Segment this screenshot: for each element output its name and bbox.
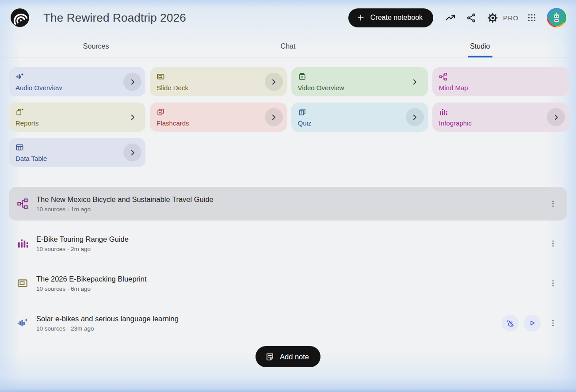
quiz-icon: ? bbox=[298, 108, 306, 116]
chevron-right-icon[interactable] bbox=[123, 144, 141, 162]
kebab-icon bbox=[549, 199, 557, 208]
slide-deck-icon bbox=[156, 72, 165, 81]
svg-text:?: ? bbox=[300, 110, 302, 114]
kebab-icon bbox=[549, 239, 557, 248]
apps-grid-button[interactable] bbox=[521, 7, 542, 28]
mind-map-icon bbox=[439, 72, 447, 81]
artifact-row-e-bike-touring-range-guide[interactable]: E-Bike Touring Range Guide10 sources · 2… bbox=[9, 227, 567, 260]
audio-waveform-icon bbox=[15, 72, 24, 81]
chevron-right-icon[interactable] bbox=[406, 73, 424, 91]
share-icon bbox=[466, 13, 477, 23]
card-label: Quiz bbox=[298, 119, 312, 127]
play-audio-button[interactable] bbox=[524, 315, 541, 331]
studio-card-flashcards[interactable]: Flashcards bbox=[150, 103, 286, 132]
artifact-text: The New Mexico Bicycle and Sustainable T… bbox=[36, 195, 541, 213]
interactive-mode-button[interactable] bbox=[502, 315, 519, 331]
artifact-text: Solar e-bikes and serious language learn… bbox=[36, 315, 496, 332]
video-overview-icon bbox=[298, 72, 306, 81]
chevron-right-icon[interactable] bbox=[123, 73, 141, 91]
wave-hand-icon bbox=[506, 319, 515, 327]
artifact-title: Solar e-bikes and serious language learn… bbox=[36, 315, 496, 323]
card-label: Flashcards bbox=[156, 119, 189, 127]
artifact-list: The New Mexico Bicycle and Sustainable T… bbox=[0, 178, 576, 340]
share-button[interactable] bbox=[461, 7, 482, 28]
chevron-right-icon[interactable] bbox=[265, 73, 283, 91]
studio-card-mind-map[interactable]: Mind Map bbox=[432, 67, 569, 96]
studio-card-infographic[interactable]: Infographic bbox=[432, 103, 569, 132]
notebooklm-logo-icon[interactable] bbox=[11, 8, 29, 27]
artifact-text: The 2026 E-Bikepacking Blueprint10 sourc… bbox=[36, 275, 541, 292]
card-label: Slide Deck bbox=[156, 84, 188, 91]
artifact-more-menu-button[interactable] bbox=[544, 314, 562, 332]
artifact-row-the-new-mexico-bicycle-and-sustainable-t[interactable]: The New Mexico Bicycle and Sustainable T… bbox=[9, 187, 567, 221]
apps-grid-icon bbox=[527, 13, 537, 23]
artifact-more-menu-button[interactable] bbox=[544, 235, 562, 252]
header: The Rewired Roadtrip 2026 Create noteboo… bbox=[0, 0, 576, 35]
kebab-icon bbox=[549, 319, 557, 327]
pro-badge: PRO bbox=[503, 14, 519, 22]
active-tab-underline bbox=[468, 56, 492, 57]
footer: Add note bbox=[0, 346, 576, 367]
trending-up-icon bbox=[445, 12, 456, 23]
create-notebook-label: Create notebook bbox=[370, 14, 423, 22]
add-note-button[interactable]: Add note bbox=[256, 346, 320, 367]
artifact-text: E-Bike Touring Range Guide10 sources · 2… bbox=[36, 235, 541, 252]
tab-bar: SourcesChatStudio bbox=[0, 35, 576, 57]
account-avatar[interactable] bbox=[547, 8, 566, 27]
studio-card-data-table[interactable]: Data Table bbox=[9, 138, 145, 167]
card-label: Audio Overview bbox=[15, 84, 62, 91]
mind-map-icon bbox=[16, 198, 29, 209]
flashcards-icon bbox=[156, 108, 165, 116]
tab-sources[interactable]: Sources bbox=[0, 35, 192, 57]
data-table-icon bbox=[15, 143, 24, 152]
studio-card-audio-overview[interactable]: Audio Overview bbox=[9, 67, 145, 96]
add-note-label: Add note bbox=[280, 353, 309, 361]
note-icon bbox=[265, 352, 275, 362]
infographic-icon bbox=[439, 108, 447, 116]
card-label: Video Overview bbox=[298, 84, 344, 91]
chevron-right-icon[interactable] bbox=[123, 108, 141, 126]
settings-button[interactable] bbox=[482, 7, 503, 28]
studio-cards: Audio Overview Slide Deck Video Overview… bbox=[0, 57, 576, 175]
create-notebook-button[interactable]: Create notebook bbox=[348, 8, 433, 27]
tab-chat[interactable]: Chat bbox=[192, 35, 384, 57]
artifact-title: E-Bike Touring Range Guide bbox=[36, 235, 541, 244]
card-label: Infographic bbox=[439, 119, 472, 127]
artifact-meta: 10 sources · 1m ago bbox=[36, 206, 541, 213]
avatar-robot-image bbox=[548, 9, 565, 26]
artifact-meta: 10 sources · 2m ago bbox=[36, 246, 541, 252]
tab-label: Chat bbox=[281, 42, 296, 50]
artifact-meta: 10 sources · 6m ago bbox=[36, 285, 541, 292]
chevron-right-icon[interactable] bbox=[265, 108, 283, 126]
artifact-more-menu-button[interactable] bbox=[544, 274, 562, 292]
artifact-meta: 10 sources · 23m ago bbox=[36, 325, 496, 332]
studio-card-video-overview[interactable]: Video Overview bbox=[291, 67, 428, 96]
play-icon bbox=[528, 319, 537, 327]
tab-studio[interactable]: Studio bbox=[384, 35, 576, 57]
kebab-icon bbox=[549, 279, 557, 288]
studio-card-reports[interactable]: Reports bbox=[9, 103, 145, 132]
tab-label: Sources bbox=[83, 42, 109, 50]
plus-icon bbox=[356, 13, 365, 22]
studio-card-slide-deck[interactable]: Slide Deck bbox=[150, 67, 286, 96]
artifact-row-solar-e-bikes-and-serious-language-learn[interactable]: Solar e-bikes and serious language learn… bbox=[9, 306, 567, 340]
chevron-right-icon[interactable] bbox=[406, 108, 424, 126]
gear-icon bbox=[487, 12, 498, 23]
studio-card-quiz[interactable]: ?Quiz bbox=[291, 103, 428, 132]
card-label: Reports bbox=[15, 119, 39, 127]
notebook-title[interactable]: The Rewired Roadtrip 2026 bbox=[43, 11, 186, 25]
artifact-more-menu-button[interactable] bbox=[544, 195, 562, 213]
reports-icon bbox=[15, 108, 24, 116]
artifact-title: The 2026 E-Bikepacking Blueprint bbox=[36, 275, 541, 283]
artifact-row-the-2026-e-bikepacking-blueprint[interactable]: The 2026 E-Bikepacking Blueprint10 sourc… bbox=[9, 266, 567, 300]
chevron-right-icon[interactable] bbox=[547, 108, 565, 126]
infographic-icon bbox=[16, 238, 29, 249]
audio-waveform-icon bbox=[16, 317, 29, 329]
artifact-title: The New Mexico Bicycle and Sustainable T… bbox=[36, 195, 541, 204]
analytics-button[interactable] bbox=[439, 7, 461, 28]
slide-deck-icon bbox=[16, 278, 29, 289]
card-label: Data Table bbox=[15, 155, 47, 162]
card-label: Mind Map bbox=[439, 84, 468, 91]
tab-label: Studio bbox=[470, 42, 490, 50]
